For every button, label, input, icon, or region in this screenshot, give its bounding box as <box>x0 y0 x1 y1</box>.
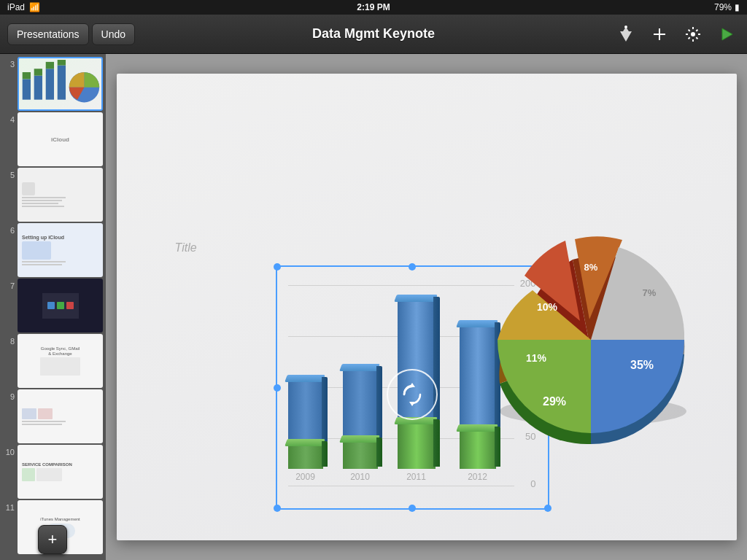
presentations-button[interactable]: Presentations <box>7 23 89 45</box>
slide-thumbnail[interactable]: SERVICE COMPARISON <box>18 445 103 499</box>
pie-label-10: 10% <box>536 301 557 313</box>
svg-rect-7 <box>34 76 42 100</box>
slide-thumbnail[interactable] <box>18 57 103 111</box>
bar-group-2010: 2010 <box>343 367 378 482</box>
slide-number: 5 <box>3 168 15 222</box>
time-display: 2:19 PM <box>357 2 390 12</box>
pie-label-29: 29% <box>542 395 565 408</box>
toolbar-left: Presentations Undo <box>7 23 135 45</box>
svg-rect-2 <box>654 34 665 35</box>
svg-rect-12 <box>58 60 66 66</box>
slide-panel[interactable]: 3 <box>0 54 106 560</box>
slide-thumbnail[interactable] <box>18 389 103 443</box>
selection-handle-tc[interactable] <box>409 263 416 271</box>
x-label-2009: 2009 <box>288 472 323 482</box>
add-slide-icon: + <box>48 530 58 549</box>
svg-marker-4 <box>722 28 732 40</box>
rotate-handle[interactable] <box>387 369 438 420</box>
svg-marker-15 <box>409 402 415 406</box>
svg-rect-11 <box>58 66 66 100</box>
battery-percent: 79% <box>714 2 732 12</box>
pie-label-8: 8% <box>584 262 597 273</box>
canvas-area[interactable]: Title Title 200 150 100 50 0 <box>106 54 747 560</box>
slide-number: 9 <box>3 389 15 443</box>
battery-icon: ▮ <box>735 2 740 12</box>
main-content: 3 <box>0 54 747 560</box>
undo-button[interactable]: Undo <box>92 23 135 45</box>
selection-handle-br[interactable] <box>544 505 551 512</box>
device-label: iPad <box>7 2 25 12</box>
pie-label-11: 11% <box>525 352 546 364</box>
status-right: 79% ▮ <box>714 2 740 12</box>
x-label-2011: 2011 <box>398 472 436 482</box>
slide-item[interactable]: 6 Setting up iCloud <box>3 223 103 277</box>
bar-group-2009: 2009 <box>288 378 323 482</box>
slide-item[interactable]: 5 <box>3 168 103 222</box>
slide-item[interactable]: 7 <box>3 279 103 332</box>
slide-number: 8 <box>3 334 15 388</box>
slide-item[interactable]: 4 iCloud <box>3 112 103 166</box>
slide-number: 7 <box>3 279 15 332</box>
svg-rect-10 <box>46 62 54 69</box>
slide-thumbnail[interactable]: iCloud <box>18 112 103 166</box>
slide-item[interactable]: 3 <box>3 57 103 111</box>
slide-number: 3 <box>3 57 15 111</box>
slide-item[interactable]: 8 Google Sync, GMail& Exchange <box>3 334 103 388</box>
slide-thumbnail[interactable] <box>18 279 103 332</box>
pie-label-7: 7% <box>642 287 656 298</box>
pie-label-35: 35% <box>630 359 653 371</box>
status-bar: iPad 📶 2:19 PM 79% ▮ <box>0 0 747 15</box>
slide-thumbnail[interactable]: Google Sync, GMail& Exchange <box>18 334 103 388</box>
document-title: Data Mgmt Keynote <box>312 26 435 42</box>
svg-point-0 <box>624 26 627 28</box>
slide-number: 11 <box>3 500 15 554</box>
slide-canvas: Title Title 200 150 100 50 0 <box>117 74 737 540</box>
status-left: iPad 📶 <box>7 2 40 12</box>
toolbar-right <box>613 21 740 47</box>
svg-point-3 <box>691 32 695 36</box>
add-object-button[interactable] <box>646 21 673 47</box>
x-label-2012: 2012 <box>460 472 496 482</box>
settings-button[interactable] <box>680 21 706 47</box>
wifi-icon: 📶 <box>29 2 40 12</box>
y-label-0: 0 <box>530 478 535 489</box>
toolbar: Presentations Undo Data Mgmt Keynote <box>0 15 747 54</box>
slide-thumbnail[interactable] <box>18 168 103 222</box>
grid-line <box>288 486 514 486</box>
selection-handle-bl[interactable] <box>274 505 281 512</box>
slide-number: 10 <box>3 445 15 499</box>
play-button[interactable] <box>713 21 740 47</box>
svg-rect-6 <box>23 72 31 79</box>
slide-thumbnail[interactable]: Setting up iCloud <box>18 223 103 277</box>
svg-rect-9 <box>46 69 54 99</box>
add-slide-button[interactable]: + <box>38 525 67 554</box>
annotate-button[interactable] <box>613 21 639 47</box>
slide-item[interactable]: 10 SERVICE COMPARISON <box>3 445 103 499</box>
svg-rect-5 <box>23 79 31 99</box>
slide-number: 6 <box>3 223 15 277</box>
slide-item[interactable]: 9 <box>3 389 103 443</box>
x-label-2010: 2010 <box>343 472 378 482</box>
slide-number: 4 <box>3 112 15 166</box>
selection-handle-tl[interactable] <box>274 263 281 271</box>
selection-handle-bc[interactable] <box>409 505 416 512</box>
pie-chart: 35% 29% 11% 10% 8% 7% <box>478 216 704 464</box>
svg-rect-8 <box>34 69 42 75</box>
